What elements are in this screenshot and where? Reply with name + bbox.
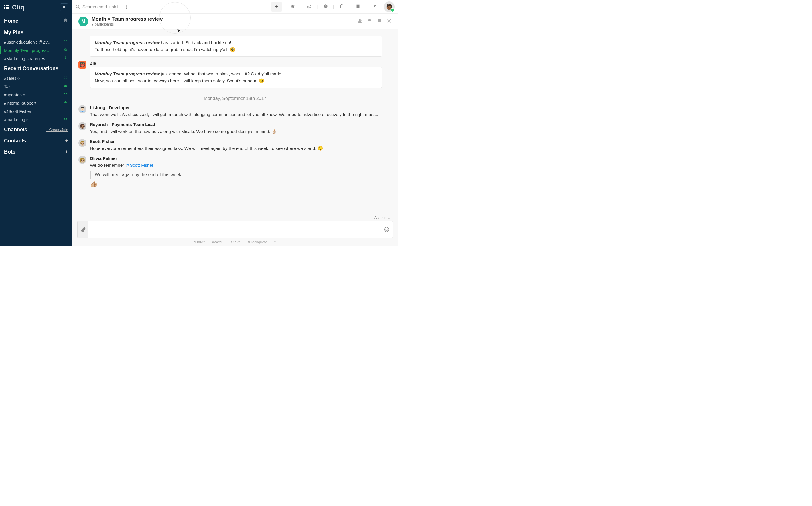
hint-blockquote: !Blockquote bbox=[248, 240, 268, 244]
contacts-label: Contacts bbox=[4, 138, 26, 144]
recent-label: Recent Conversations bbox=[4, 66, 59, 72]
apps-grid-icon[interactable] bbox=[4, 5, 9, 10]
svg-point-0 bbox=[65, 50, 66, 50]
date-separator-label: Monday, September 18th 2017 bbox=[204, 96, 267, 101]
recycle-icon bbox=[63, 92, 68, 97]
svg-point-6 bbox=[66, 58, 67, 59]
home-label: Home bbox=[4, 18, 18, 24]
message-sender: Zia bbox=[90, 61, 392, 66]
bell-icon[interactable] bbox=[377, 18, 382, 25]
broadcast-icon[interactable] bbox=[367, 18, 372, 25]
message-sender: Scott Fisher bbox=[90, 139, 392, 144]
sidebar-recent-item[interactable]: #sales⟳ bbox=[0, 74, 72, 82]
notifications-bell-icon[interactable] bbox=[60, 3, 68, 11]
svg-point-4 bbox=[65, 57, 66, 58]
org-icon bbox=[63, 101, 68, 105]
user-avatar[interactable]: 🧑🏾 bbox=[384, 1, 395, 12]
sidebar: Cliq Home My Pins #user-education : @Zy…… bbox=[0, 0, 72, 246]
message-bubble: Monthly Team progress review just ended.… bbox=[90, 67, 382, 88]
sidebar-item-label: #internal-support bbox=[4, 101, 36, 105]
search-input[interactable]: Search (cmd + shift + f) bbox=[76, 4, 269, 9]
message-input[interactable] bbox=[89, 221, 381, 238]
bot-icon bbox=[63, 84, 68, 89]
sidebar-pin-item[interactable]: Monthly Team progres… bbox=[0, 46, 72, 55]
add-bot-icon[interactable]: + bbox=[65, 149, 68, 155]
reaction-icon[interactable]: 👍🏼 bbox=[90, 180, 98, 188]
close-icon[interactable] bbox=[387, 18, 392, 25]
sidebar-item-label: Monthly Team progres… bbox=[4, 48, 51, 53]
top-icons: | @ | | | | bbox=[290, 4, 377, 10]
sidebar-item-label: @Scott Fisher bbox=[4, 109, 31, 114]
channel-actions bbox=[357, 18, 392, 25]
format-hints: *Bold* _Italics_ ~Strike~ !Blockquote ••… bbox=[77, 238, 393, 245]
channels-header[interactable]: Channels + Create/Join bbox=[0, 124, 72, 135]
channel-title: Monthly Team progress review bbox=[92, 16, 163, 22]
svg-point-5 bbox=[64, 58, 65, 59]
sidebar-pin-item[interactable]: #Marketing strategies bbox=[0, 55, 72, 63]
message: 🧔🏽Reyansh - Payments Team LeadYes, and I… bbox=[79, 122, 392, 135]
main-area: Search (cmd + shift + f) + | @ | | | | 🧑… bbox=[72, 0, 398, 246]
svg-point-11 bbox=[64, 103, 65, 103]
composer bbox=[77, 221, 393, 238]
calendar-icon[interactable] bbox=[356, 4, 361, 10]
add-button[interactable]: + bbox=[272, 2, 282, 12]
message-avatar: 👨🏼 bbox=[79, 139, 87, 147]
add-contact-icon[interactable]: + bbox=[65, 138, 68, 144]
channels-label: Channels bbox=[4, 126, 27, 133]
attachment-icon[interactable] bbox=[78, 221, 89, 238]
message-text: Yes, and I will work on the new ads alon… bbox=[90, 128, 392, 135]
actions-dropdown[interactable]: Actions ⌄ bbox=[77, 215, 393, 221]
create-join-link[interactable]: + Create/Join bbox=[46, 128, 68, 132]
home-header[interactable]: Home bbox=[0, 15, 72, 27]
message-list[interactable]: Monthly Team progress review has started… bbox=[72, 29, 398, 214]
sidebar-recent-item[interactable]: @Scott Fisher bbox=[0, 107, 72, 115]
sidebar-item-label: #user-education : @Zy… bbox=[4, 39, 52, 45]
message-avatar: 👩🏼 bbox=[79, 156, 87, 164]
contacts-header[interactable]: Contacts + bbox=[0, 135, 72, 146]
svg-point-9 bbox=[66, 86, 67, 87]
sidebar-recent-item[interactable]: #internal-support bbox=[0, 99, 72, 107]
channel-header: M Monthly Team progress review 7 partici… bbox=[72, 14, 398, 29]
sidebar-item-label: #updates⟳ bbox=[4, 92, 25, 97]
sidebar-recent-item[interactable]: #updates⟳ bbox=[0, 91, 72, 99]
channel-avatar: M bbox=[79, 17, 88, 26]
message-text: Hope everyone remembers their assigned t… bbox=[90, 145, 392, 152]
svg-point-10 bbox=[65, 101, 66, 102]
hint-more: ••• bbox=[273, 240, 277, 244]
sidebar-pin-item[interactable]: #user-education : @Zy… bbox=[0, 38, 72, 46]
biohazard-icon bbox=[63, 56, 68, 61]
history-icon[interactable] bbox=[323, 4, 328, 10]
message-avatar: 🧔🏽 bbox=[79, 122, 87, 130]
svg-point-8 bbox=[65, 86, 65, 87]
bots-label: Bots bbox=[4, 149, 15, 155]
svg-point-14 bbox=[386, 229, 386, 230]
message-sender: Reyansh - Payments Team Lead bbox=[90, 122, 392, 127]
home-icon bbox=[63, 18, 68, 24]
mention-icon[interactable]: @ bbox=[307, 4, 311, 9]
emoji-icon[interactable] bbox=[381, 221, 393, 238]
bots-header[interactable]: Bots + bbox=[0, 146, 72, 157]
star-icon[interactable] bbox=[290, 4, 295, 10]
hint-strike: ~Strike~ bbox=[229, 240, 242, 244]
hint-italics: _Italics_ bbox=[210, 240, 224, 244]
sidebar-recent-item[interactable]: #marketing⟳ bbox=[0, 115, 72, 124]
message-sender: Li Jung - Developer bbox=[90, 105, 392, 110]
message-bubble: Monthly Team progress review has started… bbox=[90, 35, 382, 57]
sidebar-recent-item[interactable]: Taz bbox=[0, 82, 72, 91]
quote-block: We will meet again by the end of this we… bbox=[90, 171, 392, 178]
topbar: Search (cmd + shift + f) + | @ | | | | 🧑… bbox=[72, 0, 398, 14]
svg-rect-7 bbox=[65, 85, 67, 87]
cursor-icon bbox=[176, 28, 182, 35]
svg-point-12 bbox=[66, 103, 67, 103]
add-participant-icon[interactable] bbox=[357, 18, 363, 25]
channel-subtitle[interactable]: 7 participants bbox=[92, 22, 163, 26]
recycle-icon bbox=[63, 39, 68, 45]
brand-bar: Cliq bbox=[0, 0, 72, 15]
mention[interactable]: @Scott Fisher bbox=[125, 163, 154, 168]
clipboard-icon[interactable] bbox=[339, 4, 344, 10]
date-separator: Monday, September 18th 2017 bbox=[79, 96, 392, 101]
message-text: That went well.. As discussed, I will ge… bbox=[90, 111, 392, 118]
svg-point-15 bbox=[387, 229, 388, 230]
message-sender: Olivia Palmer bbox=[90, 156, 392, 161]
pin-icon[interactable] bbox=[372, 4, 377, 10]
